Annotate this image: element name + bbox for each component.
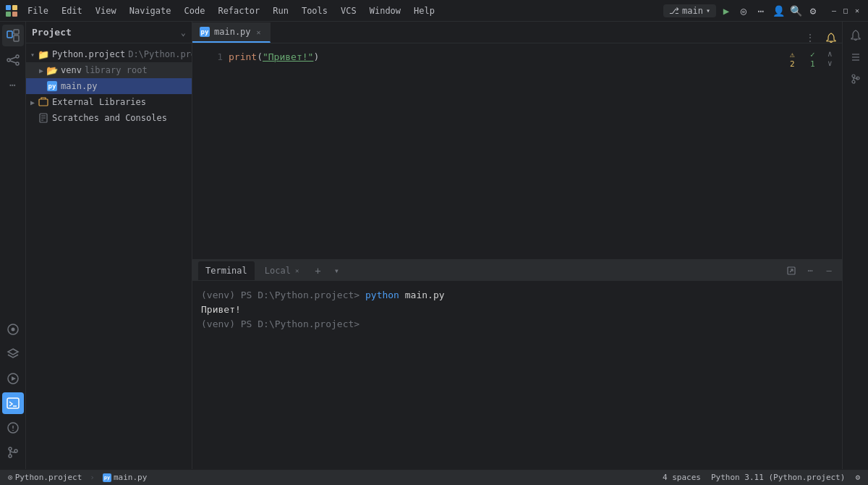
tree-item-venv[interactable]: ▶ 📂 venv library root [26, 62, 192, 78]
terminal-more-button[interactable]: ⋯ [803, 263, 817, 278]
menu-edit[interactable]: Edit [56, 4, 88, 17]
code-close-paren: ) [313, 51, 319, 62]
mainpy-icon: py [46, 80, 58, 92]
status-settings-icon[interactable]: ⚙ [853, 473, 862, 482]
ok-badge[interactable]: ✓ 1 [807, 49, 825, 69]
tree-item-external-libs[interactable]: ▶ External Libraries [26, 94, 192, 110]
sidebar-icon-project[interactable] [2, 25, 24, 46]
sidebar-icon-layers[interactable] [2, 343, 24, 365]
terminal-minimize-button[interactable]: — [822, 263, 836, 278]
status-file-text: main.py [114, 473, 147, 482]
minimize-button[interactable]: — [829, 6, 839, 16]
status-python-text: Python 3.11 (Python.project) [711, 473, 845, 482]
editor-area: 1 print("Привет!") ⚠ ⚠ 22 ✓ 1 ∧ ∨ [192, 43, 842, 259]
right-icon-bookmarks[interactable] [845, 46, 867, 68]
main-layout: ⋯ [0, 22, 868, 469]
tree-item-scratches[interactable]: ▶ Scratches and Consoles [26, 110, 192, 126]
tab-filename: main.py [214, 27, 251, 37]
menu-tools[interactable]: Tools [296, 4, 333, 17]
terminal-panel: Terminal Local ✕ + ▾ [192, 259, 842, 469]
branch-name: main [682, 6, 703, 16]
tree-label-path: D:\Python.project [128, 49, 192, 59]
tree-item-root[interactable]: ▾ 📁 Python.project D:\Python.project [26, 46, 192, 62]
tab-py-icon: py [200, 27, 210, 37]
maximize-button[interactable]: □ [841, 6, 851, 16]
coverage-button[interactable]: ◎ [738, 5, 749, 17]
svg-rect-3 [12, 12, 17, 17]
svg-point-21 [9, 447, 12, 450]
sidebar-icon-run-configs[interactable] [2, 368, 24, 389]
menu-code[interactable]: Code [179, 4, 211, 17]
terminal-maximize-button[interactable] [784, 263, 799, 278]
right-icon-notifications[interactable] [845, 25, 867, 46]
menu-view[interactable]: View [90, 4, 122, 17]
tab-more-actions[interactable]: ⋮ [800, 33, 820, 43]
project-panel-dropdown[interactable]: ⌄ [181, 28, 186, 38]
term-prompt-1: (venv) PS D:\Python.project> [201, 290, 359, 300]
run-button[interactable]: ▶ [720, 5, 732, 17]
tree-item-mainpy[interactable]: ▶ py main.py [26, 78, 192, 94]
right-sidebar [842, 22, 868, 469]
status-project-text: Python.project [15, 473, 82, 482]
terminal-tab-dropdown[interactable]: ▾ [330, 261, 344, 280]
status-python-version[interactable]: Python 3.11 (Python.project) [709, 473, 847, 482]
status-py-icon: py [103, 473, 111, 482]
close-button[interactable]: ✕ [852, 6, 862, 16]
terminal-tabs-bar: Terminal Local ✕ + ▾ [192, 260, 842, 282]
terminal-tab-local[interactable]: Local ✕ [258, 261, 307, 280]
menu-vcs[interactable]: VCS [335, 4, 362, 17]
status-project-name[interactable]: ⊙ Python.project [6, 473, 84, 482]
term-python-cmd: python [359, 290, 399, 300]
terminal-add-tab[interactable]: + [309, 261, 326, 280]
right-icon-git[interactable] [845, 68, 867, 90]
sidebar-icon-git[interactable] [2, 442, 24, 463]
svg-rect-6 [14, 35, 19, 41]
sidebar-icon-plugins[interactable] [2, 319, 24, 340]
menu-run[interactable]: Run [267, 4, 294, 17]
local-tab-label: Local [265, 266, 291, 276]
window-controls: — □ ✕ [829, 6, 862, 16]
sidebar-icon-terminal[interactable] [2, 392, 24, 414]
notifications-button[interactable] [820, 33, 842, 43]
svg-rect-16 [7, 398, 19, 408]
svg-point-22 [9, 455, 12, 457]
term-prompt-2: (venv) PS D:\Python.project> [201, 319, 359, 329]
terminal-tab-terminal[interactable]: Terminal [198, 261, 255, 280]
terminal-line-1: (venv) PS D:\Python.project> python main… [201, 287, 833, 302]
menu-file[interactable]: File [22, 4, 54, 17]
terminal-content[interactable]: (venv) PS D:\Python.project> python main… [192, 282, 842, 469]
menu-help[interactable]: Help [408, 4, 441, 17]
svg-point-34 [852, 80, 855, 83]
project-panel: Project ⌄ ▾ 📁 Python.project D:\Python.p… [26, 22, 192, 469]
run-more-button[interactable]: ⋯ [755, 5, 767, 17]
local-tab-close[interactable]: ✕ [295, 267, 299, 274]
code-area[interactable]: print("Привет!") [229, 43, 784, 259]
tab-close-button[interactable]: ✕ [255, 28, 263, 37]
sidebar-icon-structure[interactable] [2, 49, 24, 71]
terminal-actions: ⋯ — [784, 263, 836, 278]
svg-line-11 [10, 61, 16, 63]
sidebar-top-icons: ⋯ [2, 25, 24, 319]
branch-dropdown-icon: ▾ [706, 7, 710, 14]
branch-selector[interactable]: ⎇ main ▾ [663, 4, 716, 17]
tree-label-venv-type: library root [85, 65, 148, 75]
add-user-button[interactable]: 👤 [773, 5, 784, 17]
menu-window[interactable]: Window [364, 4, 407, 17]
terminal-line-2: Привет! [201, 302, 833, 316]
menu-refactor[interactable]: Refactor [212, 4, 265, 17]
svg-point-8 [16, 55, 19, 58]
sidebar-icon-more[interactable]: ⋯ [2, 74, 24, 96]
scratches-icon [38, 112, 49, 124]
code-line-1: print("Привет!") [229, 49, 784, 64]
editor-tab-mainpy[interactable]: py main.py ✕ [192, 22, 271, 43]
svg-point-7 [7, 59, 10, 62]
ext-libs-icon [38, 96, 49, 108]
settings-button[interactable]: ⚙ [807, 5, 819, 17]
menu-navigate[interactable]: Navigate [124, 4, 177, 17]
sidebar-icon-problems[interactable] [2, 417, 24, 439]
status-file-name[interactable]: py main.py [101, 473, 149, 482]
search-everywhere-button[interactable]: 🔍 [790, 5, 801, 17]
status-spaces[interactable]: 4 spaces [660, 473, 703, 482]
warning-badge[interactable]: ⚠ ⚠ 22 [787, 49, 804, 69]
gutter-arrows[interactable]: ∧ ∨ [827, 49, 839, 68]
